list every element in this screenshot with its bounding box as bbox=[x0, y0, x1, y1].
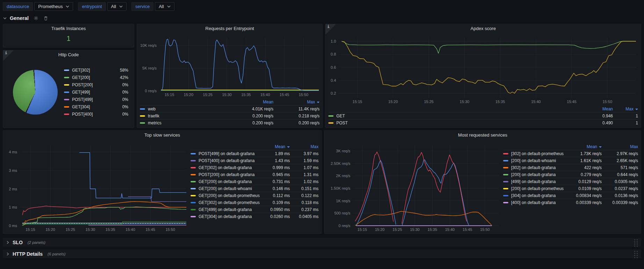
legend-item[interactable]: GET[304]0% bbox=[64, 104, 128, 110]
panel-title[interactable]: Traefik Instances bbox=[3, 24, 134, 33]
legend-label[interactable]: GET[200] on default-whoami bbox=[199, 186, 261, 191]
legend-item[interactable]: [302] on default-prometheus1.73K req/s2.… bbox=[503, 150, 638, 157]
legend-item[interactable]: GET[200] on default-prometheus0.112 ms0.… bbox=[191, 192, 319, 199]
http-code-pie[interactable] bbox=[13, 70, 58, 115]
legend-item[interactable]: POST[200] on default-grafana0.945 ms1.31… bbox=[191, 171, 319, 178]
legend-label[interactable]: GET[200] on default-grafana bbox=[199, 179, 261, 184]
legend-label[interactable]: GET[302] on default-grafana bbox=[199, 165, 261, 170]
legend-label[interactable]: POST[400] bbox=[72, 112, 115, 117]
legend-label[interactable]: [200] on default-grafana bbox=[511, 172, 567, 177]
panel-title[interactable]: Top slow services bbox=[3, 131, 321, 140]
legend-item[interactable]: GET[200]42% bbox=[64, 74, 128, 81]
variable-value-dropdown[interactable]: All bbox=[107, 2, 127, 11]
legend-label[interactable]: metrics bbox=[148, 121, 228, 125]
legend-label[interactable]: GET[302] bbox=[72, 68, 115, 73]
requests-chart[interactable]: 15:1515:2015:2515:3015:3515:4015:4515:50… bbox=[137, 33, 322, 99]
legend-label[interactable]: GET[302] on default-prometheus bbox=[199, 200, 261, 205]
legend-item[interactable]: GET[200] on default-whoami0.146 ms0.151 … bbox=[191, 185, 319, 192]
legend-label[interactable]: [302] on default-grafana bbox=[511, 165, 567, 170]
panel-title[interactable]: Most requested services bbox=[324, 131, 641, 140]
legend-label[interactable]: [304] on default-grafana bbox=[511, 193, 567, 198]
legend-item[interactable]: GET[499] on default-grafana0.0950 ms0.23… bbox=[191, 206, 319, 213]
legend-item[interactable]: POST[499]0% bbox=[64, 96, 128, 103]
requests-canvas[interactable]: 15:1515:2015:2515:3015:3515:4015:4515:50… bbox=[137, 33, 322, 99]
legend-item[interactable]: GET[302]58% bbox=[64, 67, 128, 73]
legend-item[interactable]: POST[499] on default-grafana1.89 ms3.97 … bbox=[191, 150, 319, 157]
legend-label[interactable]: GET[200] on default-prometheus bbox=[199, 193, 261, 198]
variable-value-dropdown[interactable]: Prometheus bbox=[34, 2, 73, 11]
legend-label[interactable]: GET[304] bbox=[72, 104, 115, 109]
legend-label[interactable]: POST[200] bbox=[72, 82, 115, 87]
legend-item[interactable]: GET[200] on default-grafana0.731 ms1.02 … bbox=[191, 178, 319, 185]
chevron-down-icon[interactable] bbox=[3, 16, 7, 20]
most-requested-chart[interactable]: 15:1515:2015:2515:3015:3515:4015:4515:50… bbox=[324, 140, 502, 233]
legend-item[interactable]: POST[400] on default-grafana1.43 ms1.59 … bbox=[191, 157, 319, 164]
panel-info-icon[interactable]: i bbox=[3, 50, 14, 61]
row-title[interactable]: General bbox=[10, 15, 29, 21]
panel-info-icon[interactable]: i bbox=[325, 24, 336, 35]
legend-label[interactable]: POST[499] bbox=[72, 97, 115, 102]
legend-item[interactable]: [400] on default-grafana0.00339 req/s0.0… bbox=[503, 199, 638, 206]
legend-label[interactable]: GET[499] on default-grafana bbox=[199, 207, 261, 212]
variable-value-dropdown[interactable]: All bbox=[155, 2, 174, 11]
legend-label[interactable]: POST[499] on default-grafana bbox=[199, 151, 261, 156]
legend-sort-mean[interactable]: Mean bbox=[567, 144, 602, 149]
legend-label[interactable]: [302] on default-prometheus bbox=[511, 151, 567, 156]
legend-item[interactable]: [200] on default-grafana0.279 req/s0.644… bbox=[503, 171, 638, 178]
legend-sort-mean[interactable]: Mean bbox=[574, 107, 613, 111]
row-http-details[interactable]: HTTP Details (6 panels) bbox=[3, 249, 641, 258]
legend-label[interactable]: [200] on default-prometheus bbox=[511, 186, 567, 191]
row-drag-handle[interactable] bbox=[634, 239, 638, 247]
legend-item[interactable]: [200] on default-prometheus0.0109 req/s0… bbox=[503, 185, 638, 192]
legend-item[interactable]: [302] on default-grafana422 req/s571 req… bbox=[503, 164, 638, 171]
legend-item[interactable]: GET[499]0% bbox=[64, 89, 128, 95]
legend-label[interactable]: GET[499] bbox=[72, 90, 115, 95]
legend-item[interactable]: GET[304] on default-grafana0.0260 ms0.04… bbox=[191, 213, 319, 220]
legend-item[interactable]: POST[400]0% bbox=[64, 111, 128, 117]
legend-item[interactable]: traefik0.200 req/s0.218 req/s bbox=[140, 112, 320, 119]
legend-label[interactable]: web bbox=[148, 107, 228, 111]
row-drag-handle[interactable] bbox=[634, 251, 638, 258]
legend-item[interactable]: GET0.9461 bbox=[328, 112, 638, 119]
legend-sort-mean[interactable]: Mean bbox=[228, 100, 273, 104]
legend-item[interactable]: GET[302] on default-grafana0.999 ms1.07 … bbox=[191, 164, 319, 171]
legend-label[interactable]: POST bbox=[336, 121, 574, 125]
legend-item[interactable]: web4.01K req/s11.4K req/s bbox=[140, 105, 320, 112]
legend-label[interactable]: [499] on default-grafana bbox=[511, 179, 567, 184]
legend-label[interactable]: [400] on default-grafana bbox=[511, 200, 567, 205]
legend-sort-mean[interactable]: Mean bbox=[261, 144, 290, 149]
panel-title[interactable]: Requests per Entrypoint bbox=[137, 24, 322, 33]
legend-sort-max[interactable]: Max bbox=[613, 107, 638, 111]
most_requested-canvas[interactable]: 15:1515:2015:2515:3015:3515:4015:4515:50… bbox=[324, 140, 502, 233]
top_slow-canvas[interactable]: 15:1515:2015:2515:3015:3515:4015:4515:50… bbox=[3, 140, 189, 233]
legend-label[interactable]: GET bbox=[336, 114, 574, 118]
row-title[interactable]: SLO bbox=[13, 240, 23, 245]
legend-item[interactable]: [200] on default-whoami1.61K req/s2.65K … bbox=[503, 157, 638, 164]
legend-sort-max[interactable]: Max bbox=[273, 100, 320, 104]
legend-label[interactable]: [200] on default-whoami bbox=[511, 158, 567, 163]
legend-item[interactable]: POST0.4901 bbox=[328, 119, 638, 126]
legend-value: 0.109 ms bbox=[261, 200, 290, 205]
legend-item[interactable]: [304] on default-grafana0.00834 req/s0.0… bbox=[503, 192, 638, 199]
trash-icon[interactable] bbox=[43, 16, 48, 21]
legend-sort-max[interactable]: Max bbox=[290, 144, 319, 149]
legend-item[interactable]: metrics0.200 req/s0.200 req/s bbox=[140, 119, 320, 126]
top-slow-chart[interactable]: 15:1515:2015:2515:3015:3515:4015:4515:50… bbox=[3, 140, 189, 233]
panel-title[interactable]: Apdex score bbox=[325, 24, 641, 33]
legend-sort-max[interactable]: Max bbox=[602, 144, 638, 149]
legend-item[interactable]: [499] on default-grafana0.0129 req/s0.03… bbox=[503, 178, 638, 185]
row-title[interactable]: HTTP Details bbox=[13, 251, 43, 257]
apdex-chart[interactable]: 15:1515:2015:2515:3015:3515:4015:4515:50… bbox=[325, 33, 641, 106]
legend-label[interactable]: GET[304] on default-grafana bbox=[199, 214, 261, 219]
apdex-canvas[interactable]: 15:1515:2015:2515:3015:3515:4015:4515:50… bbox=[325, 33, 641, 106]
legend-item[interactable]: POST[200]0% bbox=[64, 82, 128, 88]
legend-label[interactable]: POST[200] on default-grafana bbox=[199, 172, 261, 177]
row-general[interactable]: General bbox=[3, 14, 641, 23]
legend-label[interactable]: traefik bbox=[148, 114, 228, 118]
legend-item[interactable]: GET[302] on default-prometheus0.109 ms0.… bbox=[191, 199, 319, 206]
row-slo[interactable]: SLO (2 panels) bbox=[3, 238, 641, 247]
gear-icon[interactable] bbox=[34, 16, 38, 21]
panel-title[interactable]: Http Code bbox=[3, 50, 134, 59]
legend-label[interactable]: POST[400] on default-grafana bbox=[199, 158, 261, 163]
legend-label[interactable]: GET[200] bbox=[72, 75, 115, 80]
